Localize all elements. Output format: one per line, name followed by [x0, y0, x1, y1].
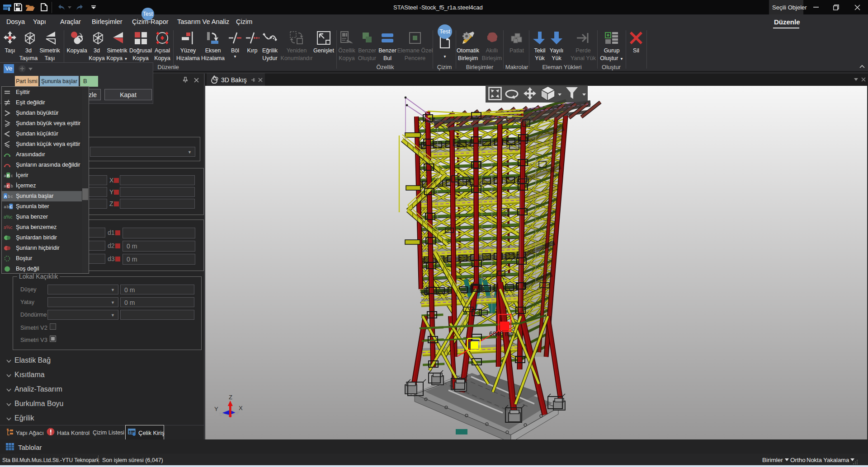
svg-text:b: b — [11, 184, 13, 188]
svg-text:C: C — [7, 183, 10, 188]
svg-text:c: c — [11, 173, 13, 178]
svg-text:C: C — [9, 204, 13, 209]
svg-text:6840 mm: 6840 mm — [489, 330, 515, 337]
svg-text:X: X — [239, 405, 243, 411]
svg-text:b: b — [8, 194, 10, 199]
svg-text:a%c: a%c — [4, 225, 12, 230]
svg-text:Z: Z — [229, 394, 232, 401]
svg-text:a: a — [4, 205, 6, 209]
svg-text:a%c: a%c — [4, 215, 12, 219]
svg-text:b: b — [7, 205, 9, 209]
svg-text:c: c — [11, 194, 13, 199]
svg-text:Y: Y — [214, 406, 218, 412]
svg-text:A: A — [4, 194, 7, 199]
svg-text:B: B — [7, 173, 10, 178]
svg-text:a: a — [4, 173, 6, 178]
svg-text:a: a — [4, 184, 6, 188]
